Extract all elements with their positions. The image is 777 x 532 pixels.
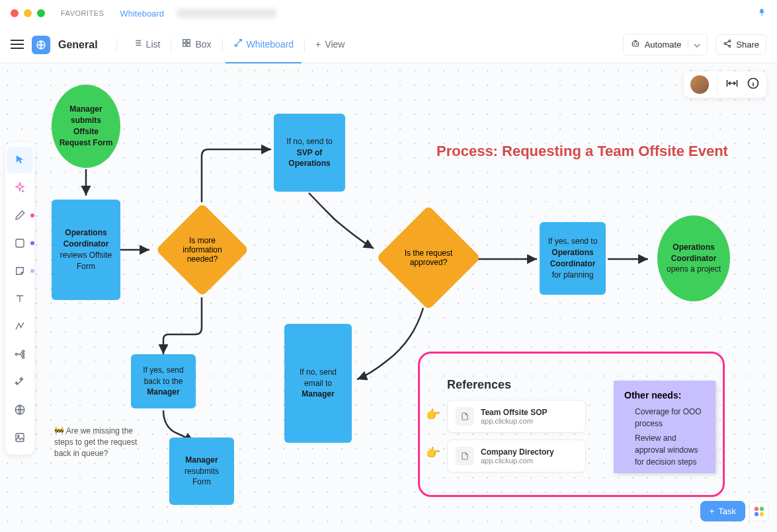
sticky-other-needs[interactable]: Other needs: Coverage for OOO process Re… <box>614 381 716 473</box>
svg-point-14 <box>22 354 24 356</box>
close-window-icon[interactable] <box>11 9 19 17</box>
automate-button[interactable]: Automate <box>623 34 708 56</box>
node-start[interactable]: ManagersubmitsOffsiteRequest Form <box>52 85 120 168</box>
diagram-title[interactable]: Process: Requesting a Team Offsite Event <box>436 143 728 160</box>
list-icon <box>133 38 142 50</box>
traffic-lights <box>11 9 45 17</box>
svg-rect-4 <box>187 44 190 46</box>
reference-item[interactable]: Team Offsite SOPapp.clickup.com <box>447 400 586 433</box>
svg-rect-11 <box>16 239 24 247</box>
svg-point-13 <box>22 350 24 352</box>
space-icon[interactable] <box>32 36 50 54</box>
web-tool[interactable] <box>7 397 33 423</box>
chevron-down-icon[interactable] <box>688 40 700 50</box>
image-tool[interactable] <box>7 424 33 451</box>
cursor-tool[interactable] <box>7 147 33 173</box>
svg-rect-17 <box>16 434 24 441</box>
divider <box>717 77 717 93</box>
pointer-emoji-icon: 👉 <box>426 407 440 422</box>
references-title: References <box>447 378 586 392</box>
connector-tool[interactable] <box>7 313 33 340</box>
apps-grid-icon <box>755 507 764 516</box>
mindmap-tool[interactable] <box>7 341 33 367</box>
svg-rect-2 <box>187 40 190 42</box>
tab-list[interactable]: List <box>125 26 169 63</box>
reference-title: Team Offsite SOP <box>481 408 547 417</box>
tab-whiteboard-label: Whiteboard <box>247 39 294 50</box>
pointer-emoji-icon: 👉 <box>426 445 440 460</box>
canvas-top-right <box>684 71 766 98</box>
robot-icon <box>630 38 641 51</box>
svg-point-15 <box>22 356 24 358</box>
magic-tool[interactable] <box>7 369 33 395</box>
sticky-list-item: Coverage for OOO process <box>635 406 705 430</box>
share-button[interactable]: Share <box>716 34 766 55</box>
svg-rect-3 <box>183 44 186 46</box>
svg-point-12 <box>15 354 17 356</box>
node-end[interactable]: Operations Coordinatoropens a project <box>657 215 730 301</box>
hamburger-menu-icon[interactable] <box>11 37 24 52</box>
text-tool[interactable] <box>7 285 33 312</box>
reference-url: app.clickup.com <box>481 457 554 465</box>
node-resubmit[interactable]: Managerresubmits Form <box>169 437 234 505</box>
favorites-label: FAVORITES <box>61 9 104 17</box>
plus-icon: + <box>315 39 321 50</box>
favorite-tab-blurred <box>177 9 276 18</box>
pin-icon[interactable] <box>757 8 766 19</box>
box-icon <box>182 38 191 50</box>
reference-url: app.clickup.com <box>481 417 547 425</box>
share-label: Share <box>736 40 759 50</box>
sticky-list-item: Review and approval windows for decision… <box>635 432 705 468</box>
pen-tool[interactable] <box>7 202 33 229</box>
node-sendback[interactable]: If yes, send back to theManager <box>131 354 196 408</box>
ai-tool[interactable] <box>7 174 33 201</box>
node-planning[interactable]: If yes, send toOperations Coordinatorfor… <box>540 222 606 295</box>
svg-point-6 <box>634 44 634 44</box>
divider <box>116 38 117 52</box>
node-review[interactable]: Operations Coordinatorreviews Offsite Fo… <box>52 200 120 300</box>
fit-width-icon[interactable] <box>725 78 739 92</box>
minimize-window-icon[interactable] <box>24 9 32 17</box>
doc-icon <box>456 407 474 426</box>
info-icon[interactable] <box>747 77 760 93</box>
apps-button[interactable] <box>749 502 769 521</box>
svg-rect-5 <box>632 42 638 46</box>
window-titlebar: FAVORITES Whiteboard <box>0 0 777 26</box>
tab-box[interactable]: Box <box>174 26 219 63</box>
divider <box>222 38 223 52</box>
node-svp[interactable]: If no, send toSVP of Operations <box>274 114 345 192</box>
space-title[interactable]: General <box>58 39 98 51</box>
whiteboard-icon <box>233 38 243 50</box>
sticky-title: Other needs: <box>624 390 705 400</box>
automate-label: Automate <box>645 40 682 50</box>
node-email-no[interactable]: If no, send email toManager <box>284 324 352 443</box>
svg-point-7 <box>636 44 637 44</box>
share-icon <box>723 39 732 50</box>
svg-point-18 <box>18 436 19 437</box>
add-view-button[interactable]: + View <box>307 26 352 63</box>
favorite-tab-whiteboard[interactable]: Whiteboard <box>120 9 163 19</box>
canvas-note[interactable]: 🚧 Are we missing the steps to get the re… <box>54 426 140 459</box>
tab-list-label: List <box>146 39 161 50</box>
sticky-tool[interactable] <box>7 258 33 284</box>
node-decision-approved[interactable]: Is the request approved? <box>376 205 481 311</box>
doc-icon <box>456 447 474 465</box>
shape-tool[interactable] <box>7 230 33 256</box>
tab-whiteboard[interactable]: Whiteboard <box>225 26 302 63</box>
svg-rect-1 <box>183 40 186 42</box>
reference-title: Company Directory <box>481 447 554 457</box>
sticky-list: Coverage for OOO process Review and appr… <box>624 406 705 468</box>
header-toolbar: General List Box Whiteboard + View Autom… <box>0 26 777 63</box>
divider <box>171 38 171 52</box>
new-task-button[interactable]: + Task <box>700 501 745 521</box>
whiteboard-canvas[interactable]: Process: Requesting a Team Offsite Event… <box>0 63 777 532</box>
user-avatar[interactable] <box>690 75 709 94</box>
node-decision-info[interactable]: Is more information needed? <box>156 204 249 296</box>
maximize-window-icon[interactable] <box>37 9 45 17</box>
references-panel[interactable]: References Team Offsite SOPapp.clickup.c… <box>447 378 586 479</box>
task-label: Task <box>718 506 736 516</box>
reference-item[interactable]: Company Directoryapp.clickup.com <box>447 439 586 473</box>
tab-box-label: Box <box>195 39 211 50</box>
plus-icon: + <box>710 506 715 516</box>
whiteboard-toolbar <box>5 143 34 455</box>
